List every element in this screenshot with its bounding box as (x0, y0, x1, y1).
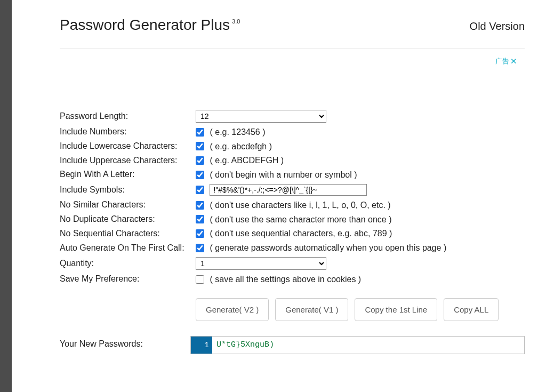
generate-v1-button[interactable]: Generate( V1 ) (275, 298, 348, 321)
label-auto: Auto Generate On The First Call: (60, 241, 196, 255)
generated-password: U*tG}5XnguB) (212, 337, 524, 354)
close-icon[interactable]: ✕ (510, 57, 517, 65)
output-line-number: 1 (191, 337, 212, 354)
page-title: Password Generator Plus (60, 17, 230, 34)
include-uppercase-checkbox[interactable] (196, 156, 204, 165)
label-qty: Quantity: (60, 255, 196, 272)
hint-begin: ( don't begin with a number or symbol ) (210, 170, 357, 179)
action-bar: Generate( V2 ) Generate( V1 ) Copy the 1… (196, 298, 499, 321)
quantity-select[interactable]: 1 (196, 257, 326, 270)
label-symbols: Include Symbols: (60, 182, 196, 198)
include-numbers-checkbox[interactable] (196, 128, 204, 137)
label-seq: No Sequential Characters: (60, 226, 196, 241)
password-length-select[interactable]: 12 (196, 110, 326, 123)
begin-with-letter-checkbox[interactable] (196, 171, 204, 179)
label-upper: Include Uppercase Characters: (60, 153, 196, 167)
no-duplicate-checkbox[interactable] (196, 215, 204, 223)
settings-form: Password Length: 12 Include Numbers: ( e… (60, 108, 499, 323)
hint-seq: ( don't use sequential characters, e.g. … (210, 229, 392, 238)
output-box[interactable]: 1 U*tG}5XnguB) (190, 336, 525, 354)
no-similar-checkbox[interactable] (196, 201, 204, 210)
copy-all-button[interactable]: Copy ALL (444, 298, 499, 321)
hint-lower: ( e.g. abcdefgh ) (210, 141, 272, 150)
ad-text: 广告 (495, 57, 509, 66)
label-similar: No Similar Characters: (60, 198, 196, 212)
label-begin: Begin With A Letter: (60, 167, 196, 182)
label-save: Save My Preference: (60, 272, 196, 286)
label-numbers: Include Numbers: (60, 125, 196, 139)
label-dup: No Duplicate Characters: (60, 212, 196, 227)
hint-auto: ( generate passwords automatically when … (210, 243, 446, 252)
old-version-link[interactable]: Old Version (470, 17, 525, 33)
include-lowercase-checkbox[interactable] (196, 142, 204, 150)
title-wrap: Password Generator Plus 3.0 (60, 17, 240, 34)
no-sequential-checkbox[interactable] (196, 229, 204, 238)
hint-upper: ( e.g. ABCDEFGH ) (210, 156, 284, 165)
version-badge: 3.0 (232, 18, 240, 25)
copy-first-line-button[interactable]: Copy the 1st Line (355, 298, 437, 321)
save-preference-checkbox[interactable] (196, 275, 204, 284)
hint-save: ( save all the settings above in cookies… (210, 275, 361, 284)
include-symbols-checkbox[interactable] (196, 186, 204, 194)
ad-area: 广告 ✕ (60, 49, 525, 108)
header: Password Generator Plus 3.0 Old Version (60, 0, 525, 49)
auto-generate-checkbox[interactable] (196, 244, 204, 252)
symbols-input[interactable] (210, 184, 367, 196)
hint-similar: ( don't use characters like i, l, 1, L, … (210, 201, 390, 210)
label-length: Password Length: (60, 108, 196, 125)
page: Password Generator Plus 3.0 Old Version … (12, 0, 546, 392)
hint-numbers: ( e.g. 123456 ) (210, 127, 265, 137)
hint-dup: ( don't use the same character more than… (210, 214, 391, 223)
output-row: Your New Passwords: 1 U*tG}5XnguB) (60, 336, 525, 354)
output-label: Your New Passwords: (60, 336, 190, 349)
left-rail (0, 0, 12, 392)
ad-label: 广告 ✕ (495, 57, 517, 66)
generate-v2-button[interactable]: Generate( V2 ) (196, 298, 269, 321)
label-lower: Include Lowercase Characters: (60, 139, 196, 154)
